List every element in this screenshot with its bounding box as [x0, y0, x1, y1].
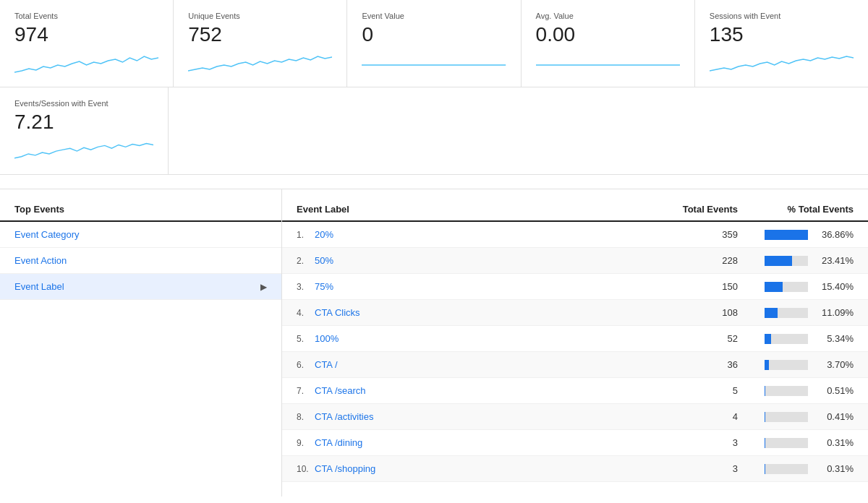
sidebar-item-label: Event Label: [14, 281, 64, 292]
metric-value-avg-value: 0.00: [536, 23, 680, 46]
bar-container: [765, 282, 808, 292]
row-bar-cell: 0.41%: [738, 411, 854, 422]
sparkline-unique-events: [188, 51, 332, 79]
metrics-row-2: Events/Session with Event 7.21: [0, 87, 868, 175]
sidebar-item-event-label[interactable]: Event Label▶: [0, 274, 281, 300]
row-bar-cell: 0.51%: [738, 385, 854, 396]
row-percent: 23.41%: [814, 255, 854, 266]
row-events: 228: [651, 255, 738, 266]
table-row: 10. CTA /shopping 3 0.31%: [282, 456, 868, 482]
metric-card-unique-events: Unique Events 752: [174, 0, 347, 87]
row-number: 3.: [297, 282, 315, 292]
row-events: 52: [651, 333, 738, 344]
sidebar-title: Top Events: [0, 204, 281, 222]
metric-label-event-value: Event Value: [362, 12, 506, 20]
bar-fill: [765, 230, 808, 240]
metric-value-unique-events: 752: [188, 23, 332, 46]
metric-label-events-session: Events/Session with Event: [14, 99, 153, 108]
row-percent: 0.41%: [814, 411, 854, 422]
metric-value-events-session: 7.21: [14, 111, 153, 134]
table-header: Event Label Total Events % Total Events: [282, 204, 868, 222]
metric-label-avg-value: Avg. Value: [536, 12, 680, 20]
row-bar-cell: 11.09%: [738, 307, 854, 318]
metric-label-unique-events: Unique Events: [188, 12, 332, 20]
row-number: 2.: [297, 256, 315, 266]
row-label-link[interactable]: 20%: [315, 229, 651, 240]
row-percent: 0.31%: [814, 463, 854, 474]
table-row: 2. 50% 228 23.41%: [282, 248, 868, 274]
bar-fill: [765, 256, 792, 266]
row-number: 5.: [297, 334, 315, 344]
bar-container: [765, 308, 808, 318]
row-label-link[interactable]: CTA /activities: [315, 411, 651, 422]
row-bar-cell: 3.70%: [738, 359, 854, 370]
th-percent: % Total Events: [738, 204, 854, 215]
bar-fill: [765, 464, 765, 474]
row-percent: 3.70%: [814, 359, 854, 370]
bar-fill: [765, 308, 778, 318]
sidebar-item-event-action[interactable]: Event Action: [0, 248, 281, 274]
bar-container: [765, 256, 808, 266]
row-percent: 36.86%: [814, 229, 854, 240]
sidebar-item-event-category[interactable]: Event Category: [0, 222, 281, 248]
table-row: 3. 75% 150 15.40%: [282, 274, 868, 300]
bar-container: [765, 464, 808, 474]
bar-fill: [765, 438, 765, 448]
metric-label-total-events: Total Events: [14, 12, 158, 20]
sparkline-events-session: [14, 138, 153, 167]
metrics-row-1: Total Events 974 Unique Events 752 Event…: [0, 0, 868, 87]
sparkline-event-value: [362, 51, 506, 79]
chevron-right-icon: ▶: [260, 282, 267, 292]
row-percent: 5.34%: [814, 333, 854, 344]
sparkline-sessions-with-event: [710, 51, 854, 79]
bar-fill: [765, 386, 765, 396]
row-label-link[interactable]: CTA /shopping: [315, 463, 651, 474]
metric-value-total-events: 974: [14, 23, 158, 46]
bar-container: [765, 438, 808, 448]
row-events: 359: [651, 229, 738, 240]
metric-value-event-value: 0: [362, 23, 506, 46]
table-row: 7. CTA /search 5 0.51%: [282, 378, 868, 404]
row-number: 10.: [297, 464, 315, 474]
table-row: 5. 100% 52 5.34%: [282, 326, 868, 352]
bar-container: [765, 334, 808, 344]
row-bar-cell: 23.41%: [738, 255, 854, 266]
row-bar-cell: 36.86%: [738, 229, 854, 240]
metric-card-avg-value: Avg. Value 0.00: [522, 0, 695, 87]
row-number: 4.: [297, 308, 315, 318]
row-number: 7.: [297, 386, 315, 396]
row-number: 6.: [297, 360, 315, 370]
row-number: 9.: [297, 438, 315, 448]
main-content: Top Events Event CategoryEvent ActionEve…: [0, 189, 868, 496]
row-label-link[interactable]: CTA /dining: [315, 437, 651, 448]
row-label-link[interactable]: 75%: [315, 281, 651, 292]
row-label-link[interactable]: CTA /search: [315, 385, 651, 396]
metric-value-sessions-with-event: 135: [710, 23, 854, 46]
bar-fill: [765, 282, 783, 292]
bar-container: [765, 412, 808, 422]
sparkline-total-events: [14, 51, 158, 79]
table-row: 4. CTA Clicks 108 11.09%: [282, 300, 868, 326]
bar-fill: [765, 334, 771, 344]
row-label-link[interactable]: CTA /: [315, 359, 651, 370]
th-label: Event Label: [297, 204, 651, 215]
row-events: 3: [651, 463, 738, 474]
row-number: 8.: [297, 412, 315, 422]
row-percent: 11.09%: [814, 307, 854, 318]
row-percent: 0.31%: [814, 437, 854, 448]
row-events: 36: [651, 359, 738, 370]
row-events: 108: [651, 307, 738, 318]
bar-fill: [765, 412, 765, 422]
row-bar-cell: 0.31%: [738, 437, 854, 448]
row-events: 4: [651, 411, 738, 422]
row-label-link[interactable]: CTA Clicks: [315, 307, 651, 318]
sidebar: Top Events Event CategoryEvent ActionEve…: [0, 189, 282, 496]
row-bar-cell: 5.34%: [738, 333, 854, 344]
row-label-link[interactable]: 100%: [315, 333, 651, 344]
bar-container: [765, 360, 808, 370]
table-row: 1. 20% 359 36.86%: [282, 222, 868, 248]
row-label-link[interactable]: 50%: [315, 255, 651, 266]
th-events: Total Events: [651, 204, 738, 215]
row-bar-cell: 0.31%: [738, 463, 854, 474]
metric-card-sessions-with-event: Sessions with Event 135: [695, 0, 868, 87]
